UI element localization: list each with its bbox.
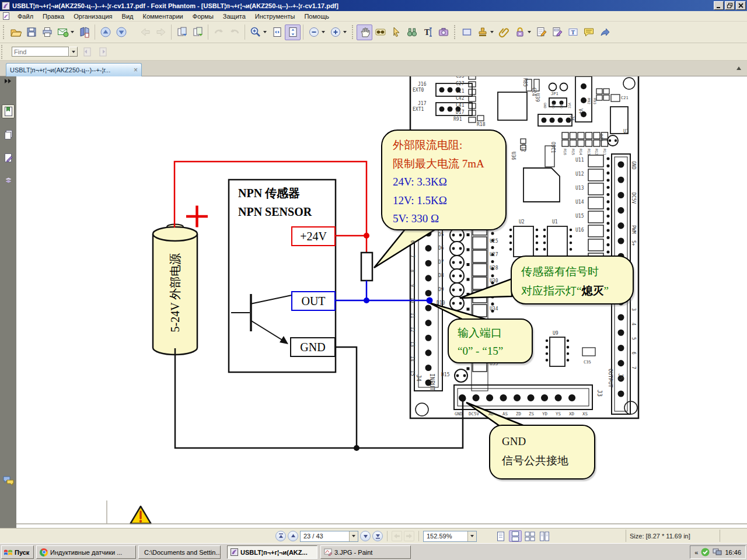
back-arrow-icon[interactable] (137, 24, 153, 40)
menu-file[interactable]: Файл (13, 12, 38, 21)
taskbar-task-foxit[interactable]: USBLT¦п¬+г¦¬и(AKZ... (227, 545, 317, 559)
search-input[interactable] (12, 47, 69, 57)
last-page-icon[interactable] (372, 531, 383, 541)
find-previous-icon[interactable] (80, 45, 94, 59)
redo-icon[interactable] (226, 24, 242, 40)
fit-page-icon[interactable] (285, 24, 301, 40)
pcb-label: D17 (456, 110, 464, 115)
taskbar-task-paint[interactable]: 3.JPG - Paint (320, 545, 411, 559)
menu-comments[interactable]: Комментарии (138, 12, 187, 21)
bookmarks-panel-icon[interactable] (2, 104, 15, 118)
protect-dropdown[interactable] (528, 31, 531, 33)
snapshot-icon[interactable] (435, 24, 451, 40)
select-tool-icon[interactable] (388, 24, 404, 40)
previous-page-icon[interactable] (288, 531, 298, 541)
find-dropdown[interactable] (69, 47, 78, 57)
fit-width-icon[interactable] (269, 24, 285, 40)
svg-text:T: T (424, 28, 430, 37)
close-button[interactable] (736, 1, 746, 10)
menu-view[interactable]: Вид (117, 12, 138, 21)
share-arrow-icon[interactable] (596, 24, 612, 40)
pcb-label: 12 (410, 327, 415, 332)
pcb-label: C42 (456, 96, 464, 101)
document-tab[interactable]: USBLT¦п¬+г¦¬и(AKZ250-ц--)--+-¦г... × (6, 63, 142, 76)
previous-view-icon[interactable] (392, 531, 402, 541)
comments-panel-icon[interactable] (2, 474, 15, 488)
zoom-out-icon[interactable] (306, 24, 322, 40)
pages-panel-icon[interactable] (2, 128, 15, 142)
page-combo-dropdown-icon[interactable] (349, 531, 358, 541)
taskbar-task-explorer[interactable]: C:\Documents and Settin... (138, 545, 221, 559)
taskbar-task-chrome[interactable]: Индуктивные датчики ... (36, 545, 136, 559)
pcb-label: D16 (598, 134, 603, 142)
main-toolbar: T T (0, 22, 747, 43)
hand-tool-icon[interactable] (357, 24, 372, 40)
pcb-label: YD (542, 411, 547, 416)
next-view-icon[interactable] (404, 531, 414, 541)
zoom-out-dropdown[interactable] (322, 31, 325, 33)
undo-icon[interactable] (211, 24, 226, 40)
single-page-view-icon[interactable] (494, 530, 507, 542)
extract-pages-icon[interactable] (190, 24, 205, 40)
menu-forms[interactable]: Формы (188, 12, 218, 21)
menu-organize[interactable]: Организация (69, 12, 117, 21)
document-view[interactable]: J16 EXT0 J17 EXT1 C33 C27 C11 C42 C41 D1… (16, 76, 747, 528)
stamp-icon[interactable] (474, 24, 490, 40)
page-up-circle-icon[interactable] (97, 24, 113, 40)
tray-clock[interactable]: 16:46 (725, 549, 741, 556)
export-document-icon[interactable] (76, 24, 92, 40)
zoom-tool-icon[interactable] (247, 24, 263, 40)
start-button[interactable]: Пуск (1, 545, 34, 559)
form-field-icon[interactable] (459, 24, 474, 40)
restore-button[interactable] (725, 1, 735, 10)
zoom-in-icon[interactable] (327, 24, 343, 40)
antivirus-check-icon[interactable] (701, 548, 710, 556)
pcb-label: C35 (584, 360, 591, 365)
expand-panel-icon[interactable] (5, 79, 12, 83)
comment-icon[interactable] (581, 24, 596, 40)
zoom-combo-dropdown-icon[interactable] (467, 531, 476, 541)
next-page-icon[interactable] (360, 531, 371, 541)
edit-form-icon[interactable] (549, 24, 565, 40)
email-dropdown[interactable] (71, 31, 74, 33)
menu-tools[interactable]: Инструменты (250, 12, 300, 21)
stamp-dropdown[interactable] (490, 31, 494, 33)
add-textbox-icon[interactable]: T (565, 24, 581, 40)
annotations-panel-icon[interactable] (2, 151, 15, 165)
pcb-label: 7 (410, 255, 415, 258)
save-icon[interactable] (23, 24, 39, 40)
tab-close-icon[interactable]: × (134, 67, 138, 73)
page-down-circle-icon[interactable] (113, 24, 129, 40)
reading-mode-icon[interactable] (372, 24, 388, 40)
print-icon[interactable] (39, 24, 55, 40)
pcb-label: U12 (575, 172, 584, 177)
input-port-callout: 输入端口 “0” - “15” (448, 318, 533, 363)
text-select-icon[interactable]: T (420, 24, 435, 40)
facing-view-icon[interactable] (523, 530, 536, 542)
network-icon[interactable] (713, 548, 722, 556)
menu-edit[interactable]: Правка (38, 12, 69, 21)
attachment-icon[interactable] (496, 24, 512, 40)
protect-lock-icon[interactable] (512, 24, 528, 40)
organize-pages-icon[interactable] (174, 24, 190, 40)
zoom-level-combo[interactable]: 152.59% (423, 531, 477, 542)
callout-line: 信号公共接地 (502, 451, 594, 470)
edit-note-icon[interactable] (533, 24, 549, 40)
zoom-in-dropdown[interactable] (343, 31, 347, 33)
zoom-tool-dropdown[interactable] (263, 31, 267, 33)
tray-collapse-label[interactable]: « (694, 549, 698, 556)
continuous-facing-view-icon[interactable] (538, 530, 551, 542)
menu-help[interactable]: Помощь (299, 12, 334, 21)
search-binoculars-icon[interactable] (404, 24, 420, 40)
minimize-button[interactable] (714, 1, 724, 10)
page-number-combo[interactable]: 23 / 43 (300, 531, 358, 542)
find-next-icon[interactable] (96, 45, 110, 59)
tab-scroll-up-icon[interactable] (736, 66, 741, 70)
continuous-view-icon[interactable] (509, 530, 522, 542)
forward-arrow-icon[interactable] (153, 24, 169, 40)
email-icon[interactable] (55, 24, 71, 40)
layers-panel-icon[interactable] (2, 173, 15, 187)
menu-protect[interactable]: Защита (218, 12, 250, 21)
first-page-icon[interactable] (275, 531, 286, 541)
open-folder-icon[interactable] (8, 24, 23, 40)
